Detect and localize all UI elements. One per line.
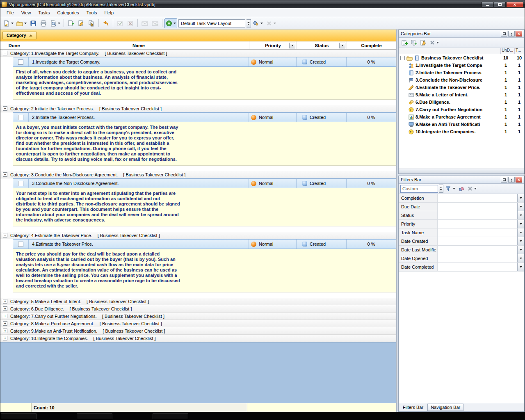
status-cell[interactable]: Created bbox=[297, 240, 347, 249]
apply-filter-button[interactable] bbox=[444, 185, 456, 193]
status-filter-button[interactable] bbox=[339, 43, 345, 48]
column-name[interactable]: Name bbox=[28, 41, 249, 49]
status-cell[interactable]: Created bbox=[297, 57, 347, 66]
expand-icon[interactable]: + bbox=[3, 314, 7, 318]
menu-file[interactable]: File bbox=[3, 9, 18, 16]
maximize-button[interactable] bbox=[494, 2, 506, 7]
category-group-header-collapsed[interactable]: + Category: 7.Carry out Further Negotiat… bbox=[0, 313, 396, 320]
tree-category-row[interactable]: 2.Initiate the Takeover Process 1 1 bbox=[399, 69, 524, 76]
filter-value[interactable] bbox=[438, 203, 517, 211]
category-group-header-collapsed[interactable]: + Category: 8.Make a Purchase Agreement.… bbox=[0, 320, 396, 327]
filter-value[interactable] bbox=[438, 194, 517, 202]
group-by-category-chip[interactable]: Category bbox=[2, 32, 37, 39]
expand-icon[interactable]: + bbox=[3, 299, 7, 304]
tree-category-row[interactable]: 7.Carry out Further Negotiation 1 1 bbox=[399, 106, 524, 113]
filter-dropdown-button[interactable] bbox=[517, 237, 524, 245]
priority-cell[interactable]: Normal bbox=[249, 57, 297, 66]
category-group-header-collapsed[interactable]: + Category: 10.Integrate the Companies. … bbox=[0, 335, 396, 342]
task-row[interactable]: 4.Estimate the Takeover Price. Normal Cr… bbox=[13, 239, 396, 249]
close-button[interactable]: × bbox=[506, 2, 523, 7]
collapse-icon[interactable]: − bbox=[3, 51, 7, 55]
column-complete[interactable]: Complete bbox=[347, 41, 396, 49]
filter-dropdown-button[interactable] bbox=[517, 194, 524, 202]
complete-cell[interactable]: 0 % bbox=[347, 113, 396, 122]
priority-cell[interactable]: Normal bbox=[249, 113, 297, 122]
priority-filter-button[interactable] bbox=[289, 43, 295, 48]
categories-bar-title[interactable]: Categories Bar × bbox=[399, 30, 524, 38]
tree-category-row[interactable]: 5.Make a Letter of Intent. 1 1 bbox=[399, 91, 524, 98]
tab-filters-bar[interactable]: Filters Bar bbox=[400, 404, 426, 411]
task-name-cell[interactable]: 4.Estimate the Takeover Price. bbox=[29, 240, 249, 249]
category-group-header-collapsed[interactable]: + Category: 9.Make an Anti-Trust Notific… bbox=[0, 327, 396, 335]
task-row[interactable]: 2.Initiate the Takeover Process. Normal … bbox=[13, 112, 396, 122]
menu-view[interactable]: View bbox=[18, 9, 35, 16]
done-checkbox[interactable] bbox=[18, 242, 23, 247]
category-group-header[interactable]: − Category: 2.Initiate the Takeover Proc… bbox=[0, 105, 396, 112]
column-done[interactable]: Done bbox=[0, 41, 28, 49]
tree-category-row[interactable]: 8.Make a Purchase Agreement 1 1 bbox=[399, 113, 524, 121]
filters-bar-title[interactable]: Filters Bar × bbox=[399, 176, 524, 184]
done-checkbox[interactable] bbox=[18, 59, 23, 65]
task-name-cell[interactable]: 3.Conclude the Non-Disclosure Agreement. bbox=[29, 179, 249, 188]
task-row[interactable]: 1.Investigate the Target Company. Normal… bbox=[13, 57, 396, 67]
tree-category-row[interactable]: 6.Due Diligence. 1 1 bbox=[399, 98, 524, 106]
task-name-cell[interactable]: 2.Initiate the Takeover Process. bbox=[29, 113, 249, 122]
filter-value[interactable] bbox=[438, 246, 517, 254]
expand-icon[interactable]: + bbox=[3, 336, 7, 340]
collapse-icon[interactable]: − bbox=[3, 172, 7, 177]
filter-dropdown-button[interactable] bbox=[517, 246, 524, 254]
tree-undone-column[interactable]: UnD... bbox=[500, 48, 514, 54]
tree-category-row[interactable]: 9.Make an Anti-Trust Notificati 1 1 bbox=[399, 121, 524, 128]
mark-cancelled-button[interactable] bbox=[126, 18, 135, 28]
tree-total-column[interactable]: T... bbox=[514, 48, 524, 54]
delete-category-button[interactable] bbox=[429, 39, 440, 47]
filter-value[interactable] bbox=[438, 237, 517, 245]
layout-spinner[interactable] bbox=[247, 19, 251, 27]
menu-tasks[interactable]: Tasks bbox=[34, 9, 53, 16]
print-button[interactable] bbox=[39, 18, 48, 28]
filter-value[interactable] bbox=[438, 254, 517, 262]
restore-panel-button[interactable] bbox=[501, 177, 507, 183]
mark-complete-button[interactable] bbox=[115, 18, 125, 28]
delete-layout-button[interactable] bbox=[265, 18, 277, 28]
new-task-button[interactable] bbox=[66, 18, 76, 28]
expand-icon[interactable]: + bbox=[3, 329, 7, 333]
new-category-button[interactable] bbox=[400, 39, 409, 47]
tree-root-row[interactable]: − Business Takeover Checklist 10 10 bbox=[399, 54, 524, 62]
open-database-button[interactable] bbox=[15, 18, 28, 28]
column-status[interactable]: Status bbox=[297, 41, 347, 49]
minimize-button[interactable] bbox=[482, 2, 493, 7]
filter-dropdown-button[interactable] bbox=[517, 203, 524, 211]
duplicate-task-button[interactable] bbox=[87, 18, 96, 28]
category-group-header[interactable]: − Category: 4.Estimate the Takeover Pric… bbox=[0, 232, 396, 239]
taskbar-window-button[interactable] bbox=[77, 413, 112, 419]
edit-category-button[interactable] bbox=[419, 39, 428, 47]
expand-icon[interactable]: + bbox=[3, 306, 7, 311]
filter-value[interactable] bbox=[438, 263, 517, 271]
title-bar[interactable]: Vip organizer [C:\Users\dmitry\Desktop\B… bbox=[0, 0, 525, 8]
complete-cell[interactable]: 0 % bbox=[347, 57, 396, 66]
print-preview-button[interactable] bbox=[49, 18, 62, 28]
filter-preset-combo[interactable]: Custom bbox=[400, 185, 438, 193]
category-group-header[interactable]: − Category: 1.Investigate the Target Com… bbox=[0, 50, 396, 57]
filter-value[interactable] bbox=[438, 220, 517, 228]
send-mail-button[interactable] bbox=[140, 18, 150, 28]
edit-layout-button[interactable] bbox=[251, 18, 264, 28]
taskbar-window-button[interactable] bbox=[153, 413, 188, 419]
restore-panel-button[interactable] bbox=[501, 31, 507, 37]
tree-category-row[interactable]: 4.Estimate the Takeover Price. 1 1 bbox=[399, 84, 524, 91]
task-view-toggle-button[interactable] bbox=[164, 18, 177, 28]
category-group-header-collapsed[interactable]: + Category: 5.Make a Letter of Intent. [… bbox=[0, 298, 396, 305]
tree-category-row[interactable]: 3.Conclude the Non-Disclosure 1 1 bbox=[399, 76, 524, 84]
delete-filter-button[interactable] bbox=[466, 185, 477, 193]
column-priority[interactable]: Priority bbox=[249, 41, 297, 49]
collapse-icon[interactable]: − bbox=[400, 56, 405, 60]
task-view-layout-combo[interactable]: Default Task View Layout bbox=[178, 19, 245, 27]
taskbar-window-button[interactable] bbox=[1, 413, 37, 419]
clear-filter-button[interactable] bbox=[457, 185, 466, 193]
tab-navigation-bar[interactable]: Navigation Bar bbox=[427, 404, 463, 411]
expand-icon[interactable]: + bbox=[3, 321, 7, 326]
tree-name-column[interactable] bbox=[399, 48, 500, 54]
complete-cell[interactable]: 0 % bbox=[347, 240, 396, 249]
status-cell[interactable]: Created bbox=[297, 113, 347, 122]
